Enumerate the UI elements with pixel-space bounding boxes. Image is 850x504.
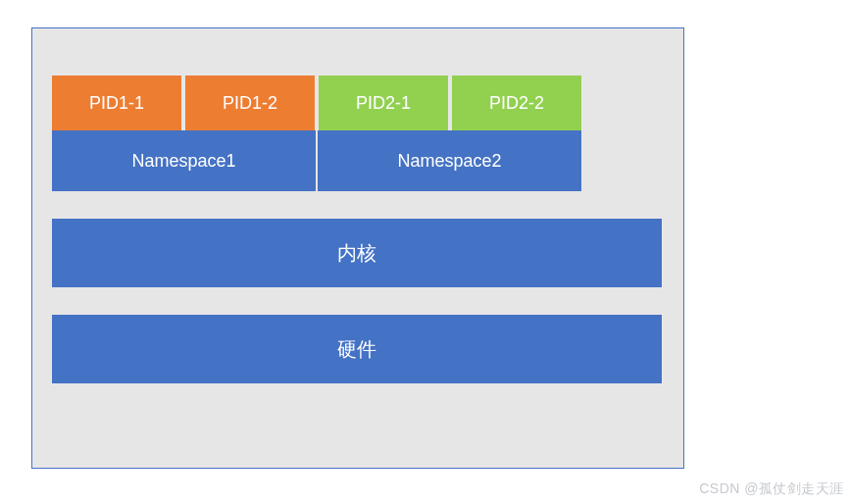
namespace-label: Namespace2 [397, 151, 501, 172]
pid-2-1-box: PID2-1 [319, 76, 448, 130]
pid-label: PID1-1 [89, 93, 144, 114]
namespace-2-box: Namespace2 [318, 130, 581, 191]
kernel-box: 内核 [52, 219, 662, 287]
kernel-label: 内核 [337, 240, 376, 267]
diagram-container: PID1-1 PID1-2 PID2-1 PID2-2 Namespace1 N… [31, 27, 684, 469]
pid-label: PID2-2 [489, 93, 544, 114]
namespace-label: Namespace1 [131, 151, 235, 172]
pid-label: PID1-2 [223, 93, 277, 114]
pid-1-2-box: PID1-2 [185, 76, 315, 130]
namespace-row: Namespace1 Namespace2 [52, 130, 581, 191]
pid-2-2-box: PID2-2 [452, 76, 581, 130]
pid-label: PID2-1 [356, 93, 411, 114]
hardware-label: 硬件 [337, 336, 376, 363]
namespace-1-box: Namespace1 [52, 130, 316, 191]
hardware-box: 硬件 [52, 315, 662, 383]
pid-1-1-box: PID1-1 [52, 76, 181, 130]
pid-row: PID1-1 PID1-2 PID2-1 PID2-2 [52, 76, 581, 130]
watermark-text: CSDN @孤仗剑走天涯 [699, 480, 844, 498]
